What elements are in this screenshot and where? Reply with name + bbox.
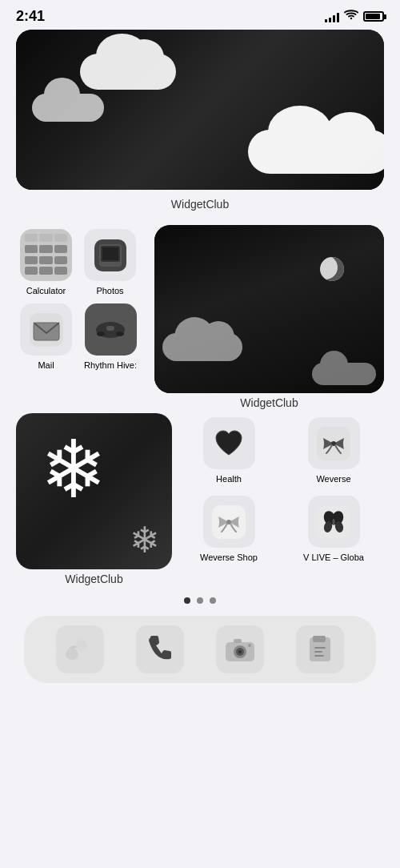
signal-icon xyxy=(325,11,339,22)
dock-app-phone[interactable] xyxy=(136,625,184,673)
app-mail[interactable]: Mail xyxy=(16,299,76,374)
top-widget-label: WidgetClub xyxy=(16,198,384,211)
weverse-label: Weverse xyxy=(316,474,350,484)
page-dot-3[interactable] xyxy=(210,597,216,604)
app-photos[interactable]: Photos xyxy=(80,225,140,299)
snowflake-large: ❄ xyxy=(40,429,107,509)
status-time: 2:41 xyxy=(16,8,45,25)
weverse-shop-icon xyxy=(203,496,255,548)
dock xyxy=(24,616,376,683)
photos-label: Photos xyxy=(96,286,123,295)
snowflake-widget[interactable]: ❄ ❄ xyxy=(16,413,172,569)
middle-section: Calculator Photos xyxy=(16,225,384,409)
page-dots xyxy=(16,597,384,604)
calculator-label: Calculator xyxy=(26,286,66,295)
status-icons xyxy=(325,10,384,23)
app-rhythm-hive[interactable]: Rhythm Hive: xyxy=(80,299,141,374)
mail-icon xyxy=(20,303,72,356)
bottom-section: ❄ ❄ WidgetClub Health xyxy=(16,413,384,585)
medium-widget-label: WidgetClub xyxy=(154,396,384,409)
svg-rect-3 xyxy=(102,247,118,260)
svg-point-27 xyxy=(238,650,242,653)
health-label: Health xyxy=(216,474,242,484)
page-dot-1[interactable] xyxy=(184,597,190,604)
svg-point-23 xyxy=(76,640,87,651)
app-health[interactable]: Health xyxy=(178,413,279,488)
page-dot-2[interactable] xyxy=(197,597,203,604)
app-calculator[interactable]: Calculator xyxy=(16,225,76,299)
app-vlive[interactable]: V LIVE – Globa xyxy=(283,492,384,566)
svg-rect-32 xyxy=(314,647,326,649)
app-weverse[interactable]: Weverse xyxy=(283,413,384,488)
rhythm-hive-label: Rhythm Hive: xyxy=(84,360,137,370)
photos-icon xyxy=(84,229,136,281)
rhythm-hive-icon xyxy=(85,303,137,356)
right-widget-area: WidgetClub xyxy=(154,225,384,409)
medium-widget[interactable] xyxy=(154,225,384,393)
snowflake-widget-label: WidgetClub xyxy=(16,573,172,585)
dock-app-weather[interactable] xyxy=(56,625,104,673)
svg-rect-28 xyxy=(234,639,242,643)
top-widget-banner[interactable] xyxy=(16,30,384,190)
svg-rect-33 xyxy=(314,651,322,653)
snowflake-widget-container: ❄ ❄ WidgetClub xyxy=(16,413,172,585)
moon-decoration xyxy=(320,257,344,281)
mail-label: Mail xyxy=(38,360,54,370)
home-screen: WidgetClub Calculator xyxy=(0,30,400,683)
health-icon xyxy=(203,417,255,469)
app-row-1: Calculator Photos xyxy=(16,225,148,299)
svg-point-8 xyxy=(116,332,124,336)
dock-app-camera[interactable] xyxy=(216,625,264,673)
calculator-icon xyxy=(20,229,72,281)
svg-point-19 xyxy=(333,519,335,525)
app-row-2: Mail Rhythm Hive: xyxy=(16,299,148,374)
medium-widget-image xyxy=(154,225,384,393)
vlive-icon xyxy=(308,496,360,548)
wifi-icon xyxy=(344,10,358,23)
svg-point-7 xyxy=(97,332,105,336)
left-app-column: Calculator Photos xyxy=(16,225,148,409)
svg-point-29 xyxy=(248,644,251,647)
svg-rect-34 xyxy=(314,655,324,657)
app-grid-2x2: Health Weverse xyxy=(178,413,384,566)
svg-rect-31 xyxy=(313,636,326,642)
svg-rect-9 xyxy=(106,326,114,331)
weverse-icon xyxy=(308,417,360,469)
vlive-label: V LIVE – Globa xyxy=(303,553,364,562)
weverse-shop-label: Weverse Shop xyxy=(200,553,258,562)
dock-app-files[interactable] xyxy=(296,625,344,673)
battery-icon xyxy=(363,11,384,22)
app-weverse-shop[interactable]: Weverse Shop xyxy=(178,492,279,566)
snowflake-small: ❄ xyxy=(130,519,160,561)
banner-image xyxy=(16,30,384,190)
status-bar: 2:41 xyxy=(0,0,400,30)
svg-point-22 xyxy=(66,649,78,660)
